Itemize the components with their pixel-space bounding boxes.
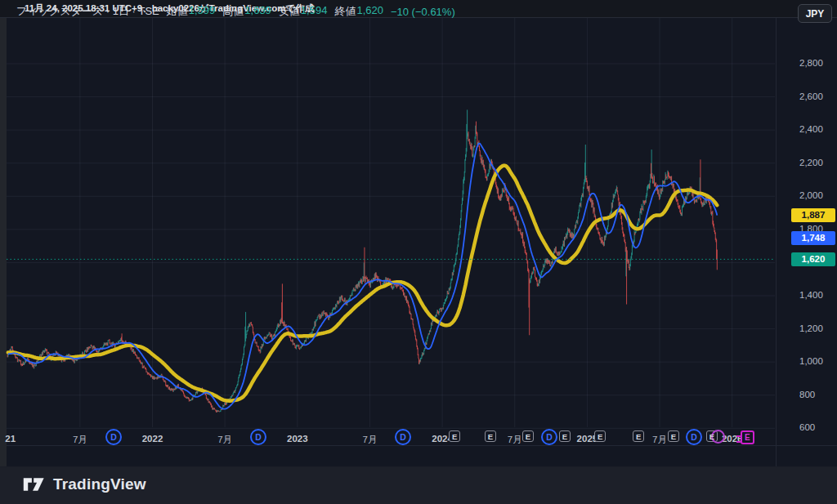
x-axis-label: 7月 (652, 434, 667, 446)
y-axis-label: 1,000 (799, 356, 823, 366)
earnings-marker[interactable]: E (706, 430, 718, 442)
tradingview-logo-icon (23, 475, 46, 493)
currency-button[interactable]: JPY (798, 4, 832, 23)
earnings-marker[interactable]: E (559, 430, 571, 442)
y-axis-label: 1,200 (799, 323, 823, 333)
future-earnings-marker[interactable]: E (741, 430, 754, 444)
y-axis-label: 2,200 (799, 158, 823, 167)
x-axis-label: 7月 (217, 434, 232, 446)
price-tag-sma-short: 1,748 (791, 231, 835, 245)
y-axis-label: 2,400 (799, 124, 823, 134)
y-axis-label: 800 (799, 390, 815, 399)
earnings-marker[interactable]: E (633, 430, 644, 442)
close-field: 終値1,620 (334, 4, 383, 19)
footer: TradingView (0, 467, 837, 504)
dividend-marker[interactable]: D (250, 429, 266, 445)
y-axis-label: 2,800 (799, 58, 823, 68)
x-axis-label: 7月 (362, 434, 377, 446)
x-axis-label: 7月 (73, 434, 87, 446)
y-axis-label: 2,600 (799, 91, 823, 101)
low-field: 安値1,594 (279, 4, 328, 19)
high-field: 高値1,639 (222, 4, 271, 19)
earnings-marker[interactable]: E (594, 430, 606, 442)
symbol-title: フィックスターズ · 1日 · TSE (16, 4, 159, 19)
legend: フィックスターズ · 1日 · TSE 始値1,599 高値1,639 安値1,… (16, 4, 455, 19)
pane-left-strip (0, 18, 7, 466)
price-tag-last-price: 1,620 (791, 252, 835, 266)
x-axis-label: 7月 (508, 434, 522, 446)
y-axis-label: 2,000 (799, 190, 823, 200)
overlapped-marker-arc (711, 430, 725, 444)
price-tag-sma-long: 1,887 (791, 208, 835, 222)
tradingview-logo[interactable]: TradingView (23, 475, 146, 493)
change-value: −10 (−0.61%) (391, 6, 455, 18)
dividend-marker[interactable]: D (105, 429, 122, 445)
earnings-marker[interactable]: E (485, 430, 496, 442)
dividend-marker[interactable]: D (541, 429, 557, 445)
tradingview-snapshot: 11月 24, 2025 18:31 UTC+9、backy0226がTradi… (0, 0, 837, 504)
x-axis-label: 2022 (142, 434, 163, 444)
earnings-marker[interactable]: E (449, 430, 460, 442)
dividend-marker[interactable]: D (686, 429, 702, 445)
earnings-marker[interactable]: E (522, 430, 534, 442)
open-field: 始値1,599 (167, 4, 216, 19)
y-axis-label: 1,400 (799, 290, 823, 300)
chart-pane[interactable] (0, 18, 837, 466)
y-axis-label: 600 (799, 422, 815, 432)
dividend-marker[interactable]: D (395, 429, 411, 445)
tradingview-brand-text: TradingView (53, 475, 146, 493)
x-axis-label: 2023 (287, 434, 308, 444)
x-axis-label: 21 (5, 434, 16, 444)
earnings-marker[interactable]: E (668, 430, 679, 442)
future-earnings-dash (736, 435, 741, 443)
price-axis-separator (776, 18, 777, 466)
time-axis-separator (7, 445, 837, 446)
